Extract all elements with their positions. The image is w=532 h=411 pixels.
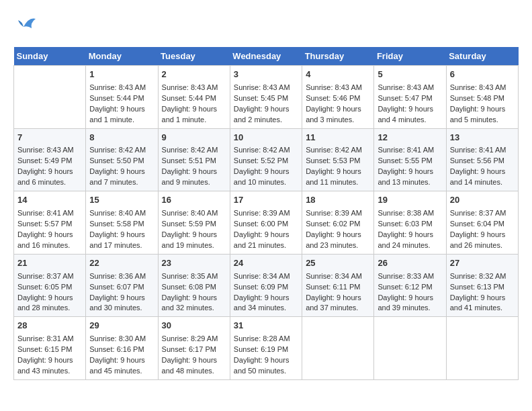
day-number: 12: [378, 132, 442, 144]
sunrise-text: Sunrise: 8:36 AM: [89, 272, 146, 280]
day-number: 5: [378, 68, 442, 81]
day-cell: 25Sunrise: 8:34 AMSunset: 6:11 PMDayligh…: [302, 254, 374, 317]
daylight-text: Daylight: 9 hours and 24 minutes.: [378, 230, 433, 249]
day-cell: 16Sunrise: 8:40 AMSunset: 5:59 PMDayligh…: [158, 191, 230, 255]
sunset-text: Sunset: 5:44 PM: [89, 94, 144, 102]
sunrise-text: Sunrise: 8:33 AM: [378, 272, 434, 280]
daylight-text: Daylight: 9 hours and 26 minutes.: [450, 230, 506, 249]
daylight-text: Daylight: 9 hours and 34 minutes.: [234, 293, 290, 312]
sunset-text: Sunset: 6:15 PM: [17, 345, 72, 353]
daylight-text: Daylight: 9 hours and 43 minutes.: [17, 356, 73, 375]
day-number: 19: [378, 194, 442, 207]
day-number: 2: [162, 68, 226, 81]
sunset-text: Sunset: 5:56 PM: [450, 156, 504, 165]
day-number: 25: [306, 257, 370, 270]
sunset-text: Sunset: 5:50 PM: [89, 156, 144, 165]
day-cell: 21Sunrise: 8:37 AMSunset: 6:05 PMDayligh…: [14, 254, 86, 317]
day-cell: 8Sunrise: 8:42 AMSunset: 5:50 PMDaylight…: [86, 128, 158, 191]
header-cell-monday: Monday: [86, 47, 158, 66]
day-number: 27: [450, 257, 515, 270]
calendar-header: SundayMondayTuesdayWednesdayThursdayFrid…: [14, 47, 519, 66]
daylight-text: Daylight: 9 hours and 13 minutes.: [378, 167, 433, 186]
sunrise-text: Sunrise: 8:28 AM: [234, 334, 290, 342]
day-number: 16: [162, 194, 226, 207]
day-number: 18: [306, 194, 370, 207]
sunrise-text: Sunrise: 8:43 AM: [306, 83, 362, 91]
daylight-text: Daylight: 9 hours and 3 minutes.: [306, 105, 361, 124]
day-cell: 12Sunrise: 8:41 AMSunset: 5:55 PMDayligh…: [374, 128, 446, 191]
day-number: 11: [306, 132, 370, 144]
day-cell: 7Sunrise: 8:43 AMSunset: 5:49 PMDaylight…: [14, 128, 86, 191]
sunset-text: Sunset: 5:57 PM: [17, 220, 72, 228]
sunset-text: Sunset: 6:13 PM: [450, 283, 504, 291]
day-cell: 27Sunrise: 8:32 AMSunset: 6:13 PMDayligh…: [446, 254, 518, 317]
daylight-text: Daylight: 9 hours and 19 minutes.: [162, 230, 218, 249]
sunrise-text: Sunrise: 8:42 AM: [306, 146, 362, 154]
day-number: 29: [89, 320, 154, 332]
header-cell-friday: Friday: [374, 47, 446, 66]
day-number: 26: [378, 257, 442, 270]
day-number: 1: [89, 68, 154, 81]
day-number: 17: [234, 194, 298, 207]
day-number: 28: [17, 320, 82, 332]
sunrise-text: Sunrise: 8:43 AM: [89, 83, 146, 91]
sunset-text: Sunset: 5:48 PM: [450, 94, 504, 102]
sunset-text: Sunset: 5:51 PM: [162, 156, 216, 165]
day-cell: 20Sunrise: 8:37 AMSunset: 6:04 PMDayligh…: [446, 191, 518, 255]
header-cell-thursday: Thursday: [302, 47, 374, 66]
sunrise-text: Sunrise: 8:42 AM: [162, 146, 218, 154]
sunrise-text: Sunrise: 8:32 AM: [450, 272, 506, 280]
day-number: 23: [162, 257, 226, 270]
sunrise-text: Sunrise: 8:39 AM: [234, 209, 290, 217]
day-cell: 6Sunrise: 8:43 AMSunset: 5:48 PMDaylight…: [446, 66, 518, 129]
sunset-text: Sunset: 5:44 PM: [162, 94, 216, 102]
day-cell: 17Sunrise: 8:39 AMSunset: 6:00 PMDayligh…: [230, 191, 302, 255]
week-row-3: 14Sunrise: 8:41 AMSunset: 5:57 PMDayligh…: [14, 191, 519, 255]
sunset-text: Sunset: 5:45 PM: [234, 94, 288, 102]
day-number: 9: [162, 132, 226, 144]
day-cell: [446, 317, 518, 380]
day-cell: 9Sunrise: 8:42 AMSunset: 5:51 PMDaylight…: [158, 128, 230, 191]
sunset-text: Sunset: 6:16 PM: [89, 345, 144, 353]
header-cell-saturday: Saturday: [446, 47, 518, 66]
week-row-1: 1Sunrise: 8:43 AMSunset: 5:44 PMDaylight…: [14, 66, 519, 129]
sunrise-text: Sunrise: 8:43 AM: [162, 83, 218, 91]
day-number: 20: [450, 194, 515, 207]
daylight-text: Daylight: 9 hours and 37 minutes.: [306, 293, 361, 312]
day-number: 4: [306, 68, 370, 81]
daylight-text: Daylight: 9 hours and 16 minutes.: [17, 230, 73, 249]
day-number: 13: [450, 132, 515, 144]
page-header: [13, 13, 519, 40]
day-cell: [374, 317, 446, 380]
daylight-text: Daylight: 9 hours and 48 minutes.: [162, 356, 218, 375]
logo-bird-icon: [17, 13, 37, 40]
day-number: 21: [17, 257, 82, 270]
day-number: 30: [162, 320, 226, 332]
daylight-text: Daylight: 9 hours and 39 minutes.: [378, 293, 433, 312]
calendar-table: SundayMondayTuesdayWednesdayThursdayFrid…: [13, 47, 519, 380]
sunrise-text: Sunrise: 8:39 AM: [306, 209, 362, 217]
sunset-text: Sunset: 5:47 PM: [378, 94, 432, 102]
day-number: 8: [89, 132, 154, 144]
sunrise-text: Sunrise: 8:31 AM: [17, 334, 74, 342]
day-number: 31: [234, 320, 298, 332]
day-cell: 11Sunrise: 8:42 AMSunset: 5:53 PMDayligh…: [302, 128, 374, 191]
day-cell: 15Sunrise: 8:40 AMSunset: 5:58 PMDayligh…: [86, 191, 158, 255]
day-number: 15: [89, 194, 154, 207]
sunset-text: Sunset: 6:05 PM: [17, 283, 72, 291]
sunset-text: Sunset: 6:00 PM: [234, 220, 288, 228]
sunset-text: Sunset: 5:58 PM: [89, 220, 144, 228]
day-cell: 22Sunrise: 8:36 AMSunset: 6:07 PMDayligh…: [86, 254, 158, 317]
day-number: 22: [89, 257, 154, 270]
day-cell: [14, 66, 86, 129]
day-number: 24: [234, 257, 298, 270]
day-cell: 4Sunrise: 8:43 AMSunset: 5:46 PMDaylight…: [302, 66, 374, 129]
day-cell: 29Sunrise: 8:30 AMSunset: 6:16 PMDayligh…: [86, 317, 158, 380]
header-cell-tuesday: Tuesday: [158, 47, 230, 66]
sunrise-text: Sunrise: 8:34 AM: [306, 272, 362, 280]
sunrise-text: Sunrise: 8:42 AM: [234, 146, 290, 154]
sunrise-text: Sunrise: 8:41 AM: [17, 209, 74, 217]
sunset-text: Sunset: 6:09 PM: [234, 283, 288, 291]
sunrise-text: Sunrise: 8:37 AM: [17, 272, 74, 280]
day-number: 7: [17, 132, 82, 144]
